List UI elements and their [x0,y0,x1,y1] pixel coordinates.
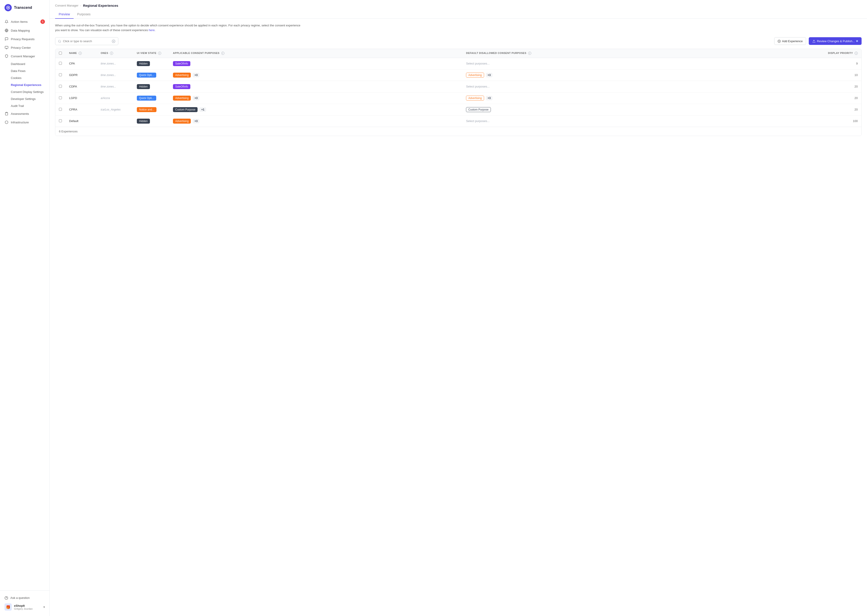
row-applicable-purposes[interactable]: SaleOfInfo [169,58,462,69]
user-name: eShopIt [14,604,41,607]
purpose-tag[interactable]: +3 [192,119,199,123]
row-default-disallowed[interactable]: Select purposes... [462,81,824,92]
purpose-tag[interactable]: Advertising [466,72,484,78]
sidebar-item-label: Infrastructure [11,121,29,124]
row-checkbox[interactable] [59,73,62,76]
consent-manager-subnav: Dashboard Data Flows Cookies Regional Ex… [0,60,49,109]
row-ui-view-state[interactable]: Hidden [133,115,169,127]
col-ui-view-state-info-icon[interactable]: i [158,52,161,55]
search-input[interactable] [63,39,110,43]
row-ui-view-state[interactable]: Hidden [133,58,169,69]
page-tabs: Preview Purposes [55,10,862,19]
sidebar-item-label: Assessments [11,112,29,115]
row-applicable-purposes[interactable]: Custom Purpose+1 [169,104,462,115]
breadcrumb-parent[interactable]: Consent Manager [55,4,78,7]
purpose-tag[interactable]: +1 [199,107,206,112]
table-row: DefaultHiddenAdvertising+3Select purpose… [55,115,861,127]
ui-view-state-badge[interactable]: Quick Opti... [137,72,156,78]
ui-view-state-badge[interactable]: Notice and... [137,107,156,112]
svg-line-11 [60,42,61,42]
subnav-audit-trail[interactable]: Audit Trail [0,102,49,109]
row-checkbox[interactable] [59,62,62,65]
col-priority-info-icon[interactable]: i [854,52,858,55]
purpose-tag[interactable]: +3 [486,96,493,101]
row-checkbox-cell [55,104,65,115]
purpose-tag[interactable]: Advertising [173,119,191,124]
sidebar-nav: Action Items 5 Data Mapping Privacy Requ… [0,15,49,590]
row-applicable-purposes[interactable]: Advertising+3 [169,69,462,81]
row-applicable-purposes[interactable]: Advertising+3 [169,92,462,104]
subnav-dashboard[interactable]: Dashboard [0,60,49,68]
purpose-tag[interactable]: Advertising [173,96,191,101]
purpose-tag[interactable]: +3 [192,96,199,101]
search-add-icon[interactable] [112,39,115,43]
row-name: CPRA [65,104,97,115]
purpose-tag[interactable]: Advertising [173,72,191,78]
bell-icon [5,20,9,24]
row-ui-view-state[interactable]: Hidden [133,81,169,92]
publish-label: Review Changes & Publish... [817,39,855,43]
subnav-regional-experiences[interactable]: Regional Experiences [0,82,49,88]
row-checkbox[interactable] [59,96,62,99]
row-default-disallowed[interactable]: Select purposes... [462,115,824,127]
publish-button[interactable]: Review Changes & Publish... [809,37,862,45]
select-purposes-placeholder[interactable]: Select purposes... [466,85,490,88]
purpose-tag[interactable]: Advertising [466,96,484,101]
row-default-disallowed[interactable]: Advertising+3 [462,92,824,104]
description-link[interactable]: here [149,28,154,32]
col-name-info-icon[interactable]: i [79,52,82,55]
row-checkbox[interactable] [59,108,62,111]
ask-question-button[interactable]: Ask a question [5,594,45,602]
select-all-checkbox[interactable] [59,52,62,55]
row-checkbox[interactable] [59,85,62,88]
subnav-data-flows[interactable]: Data Flows [0,68,49,74]
sidebar: Transcend Action Items 5 Data Mapping Pr… [0,0,50,616]
col-ones-info-icon[interactable]: i [110,52,113,55]
row-checkbox[interactable] [59,119,62,122]
purpose-tag[interactable]: SaleOfInfo [173,84,190,89]
row-applicable-purposes[interactable]: Advertising+3 [169,115,462,127]
subnav-consent-display-settings[interactable]: Consent Display Settings [0,88,49,96]
purpose-tag[interactable]: SaleOfInfo [173,61,190,66]
row-applicable-purposes[interactable]: SaleOfInfo [169,81,462,92]
row-default-disallowed[interactable]: Select purposes... [462,58,824,69]
purpose-tag[interactable]: +3 [192,73,199,77]
sidebar-item-label: Privacy Center [11,46,31,49]
col-default-info-icon[interactable]: i [528,52,531,55]
search-box[interactable] [55,37,118,45]
tab-purposes[interactable]: Purposes [74,10,94,19]
sidebar-item-action-items[interactable]: Action Items 5 [0,17,49,26]
row-ui-view-state[interactable]: Quick Opti... [133,92,169,104]
subnav-cookies[interactable]: Cookies [0,74,49,82]
row-default-disallowed[interactable]: Custom Purpose [462,104,824,115]
sidebar-item-privacy-requests[interactable]: Privacy Requests [0,35,49,43]
sidebar-item-infrastructure[interactable]: Infrastructure [0,118,49,127]
col-applicable-info-icon[interactable]: i [221,52,224,55]
select-purposes-placeholder[interactable]: Select purposes... [466,119,490,123]
sidebar-item-consent-manager[interactable]: Consent Manager [0,52,49,60]
purpose-tag[interactable]: Custom Purpose [173,107,197,112]
sidebar-item-privacy-center[interactable]: Privacy Center [0,43,49,52]
row-ui-view-state[interactable]: Quick Opti... [133,69,169,81]
user-details: eShopIt Grégory Jourdan [14,604,41,610]
row-checkbox-cell [55,58,65,69]
row-default-disallowed[interactable]: Advertising+3 [462,69,824,81]
toolbar-right: Add Experience Review Changes & Publish.… [774,37,862,45]
experiences-table: NAME i ONES i UI VIEW STATE i APPLICAB [55,49,861,127]
user-info[interactable]: 🎁 eShopIt Grégory Jourdan ▾ [5,602,45,612]
add-experience-button[interactable]: Add Experience [774,37,806,45]
ui-view-state-badge[interactable]: Quick Opti... [137,96,156,101]
select-purposes-placeholder[interactable]: Select purposes... [466,62,490,65]
experiences-table-container: NAME i ONES i UI VIEW STATE i APPLICAB [55,49,862,136]
ui-view-state-badge[interactable]: Hidden [137,61,150,66]
sidebar-item-assessments[interactable]: Assessments [0,109,49,118]
tab-preview[interactable]: Preview [55,10,74,19]
sidebar-item-data-mapping[interactable]: Data Mapping [0,26,49,35]
row-ui-view-state[interactable]: Notice and... [133,104,169,115]
subnav-developer-settings[interactable]: Developer Settings [0,96,49,102]
table-body: CPAtime zones...HiddenSaleOfInfoSelect p… [55,58,861,127]
purpose-tag[interactable]: +3 [486,73,493,77]
ui-view-state-badge[interactable]: Hidden [137,84,150,89]
ui-view-state-badge[interactable]: Hidden [137,119,150,124]
purpose-tag[interactable]: Custom Purpose [466,107,490,112]
